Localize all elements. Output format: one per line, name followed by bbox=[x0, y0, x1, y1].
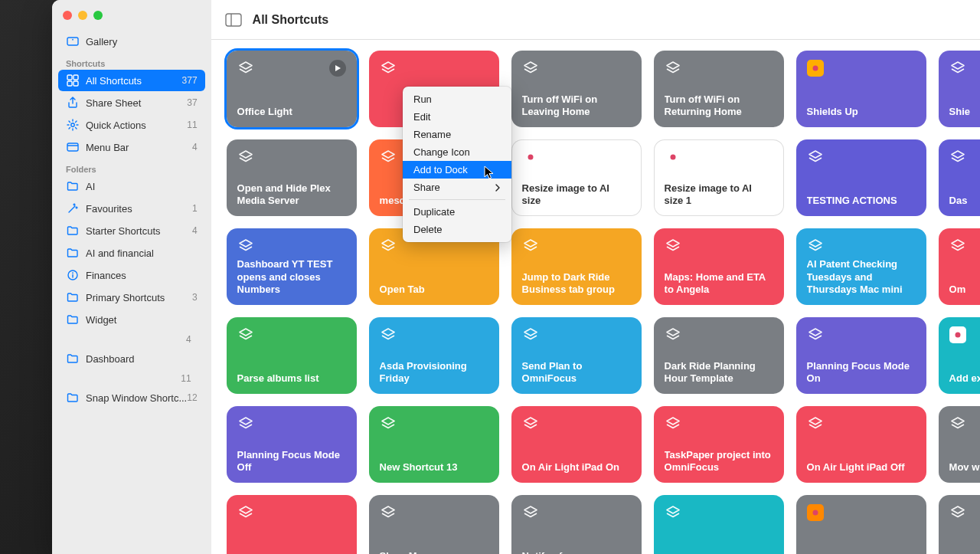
shortcut-tile[interactable]: Das bbox=[939, 139, 980, 216]
context-menu-item[interactable]: Rename bbox=[403, 126, 511, 143]
shortcut-tile[interactable]: Turn off WiFi on Returning Home bbox=[654, 51, 784, 127]
shortcut-tile[interactable]: Dark Ride Planning Hour Template bbox=[654, 317, 784, 394]
shortcut-tile[interactable]: TESTING ACTIONS bbox=[796, 139, 926, 216]
svg-rect-2 bbox=[67, 75, 72, 80]
shortcut-name: Om bbox=[949, 284, 980, 296]
shortcut-tile[interactable]: Resize image to AI size bbox=[511, 139, 642, 216]
sidebar-item-label: Snap Window Shortc... bbox=[86, 392, 187, 404]
sidebar-item[interactable]: All Shortcuts377 bbox=[58, 70, 205, 91]
sidebar-item[interactable]: AI bbox=[58, 175, 205, 197]
shortcut-tile[interactable]: Show My bbox=[369, 495, 499, 554]
share-icon bbox=[66, 96, 80, 110]
shortcut-name: Asda Provisioning Friday bbox=[380, 360, 488, 385]
shortcut-name: Maps: Home and ETA to Angela bbox=[665, 271, 773, 297]
shortcut-tile[interactable]: Turn off WiFi on Leaving Home bbox=[511, 51, 642, 127]
shortcut-tile[interactable]: Add exan bbox=[939, 317, 980, 394]
sidebar-item[interactable]: Quick Actions11 bbox=[58, 114, 205, 136]
shortcut-tile[interactable]: Mov wind bbox=[939, 406, 980, 483]
context-menu-item[interactable]: Add to Dock bbox=[403, 161, 511, 179]
shortcut-icon bbox=[522, 238, 539, 254]
folder-icon bbox=[66, 179, 80, 193]
shortcut-name: Parse albums list bbox=[237, 372, 346, 385]
sidebar-gallery[interactable]: Gallery bbox=[58, 31, 205, 52]
minimize-button[interactable] bbox=[78, 11, 87, 20]
sidebar-item-label: Finances bbox=[86, 270, 198, 281]
shortcut-tile[interactable]: Resize image to AI size 1 bbox=[654, 139, 784, 216]
shortcut-tile[interactable]: AI Patent Checking Tuesdays and Thursday… bbox=[796, 228, 926, 305]
shortcut-icon bbox=[949, 504, 966, 521]
shortcut-tile[interactable]: Maps: Home and ETA to Angela bbox=[654, 228, 784, 305]
context-menu-item[interactable]: Duplicate bbox=[403, 203, 511, 221]
shortcut-name: Shie bbox=[949, 106, 980, 118]
context-menu-item[interactable]: Share bbox=[403, 179, 511, 196]
shortcut-icon bbox=[807, 149, 824, 166]
shortcut-tile[interactable]: Dashboard YT TEST opens and closes Numbe… bbox=[227, 228, 357, 305]
context-menu-item[interactable]: Delete bbox=[403, 221, 511, 238]
shortcut-tile[interactable]: Parse albums list bbox=[227, 317, 357, 394]
shortcut-icon bbox=[237, 149, 254, 166]
sidebar-item[interactable]: Share Sheet37 bbox=[58, 92, 205, 113]
shortcut-tile[interactable]: Asda Provisioning Friday bbox=[369, 317, 499, 394]
shortcut-tile[interactable]: TaskPaper project into OmniFocus bbox=[654, 406, 784, 483]
context-menu-separator bbox=[409, 199, 505, 200]
sidebar-item[interactable]: Finances bbox=[58, 264, 205, 286]
shortcut-icon bbox=[522, 504, 539, 521]
sidebar-item[interactable]: Starter Shortcuts4 bbox=[58, 220, 205, 241]
sidebar-section-header: Shortcuts bbox=[58, 53, 205, 70]
shortcut-name: Resize image to AI size bbox=[522, 182, 631, 208]
toolbar: All Shortcuts bbox=[211, 0, 980, 40]
shortcut-tile[interactable] bbox=[227, 495, 357, 554]
context-menu-item[interactable]: Edit bbox=[403, 108, 511, 126]
shortcut-name: Dark Ride Planning Hour Template bbox=[665, 360, 773, 385]
shortcut-tile[interactable]: Notify of bbox=[511, 495, 642, 554]
shortcut-tile[interactable]: Planning Focus Mode On bbox=[796, 317, 926, 394]
maximize-button[interactable] bbox=[93, 11, 103, 20]
sidebar-item[interactable]: AI and financial bbox=[58, 242, 205, 264]
shortcut-name: Add exan bbox=[949, 372, 980, 385]
shortcut-icon bbox=[237, 504, 254, 521]
shortcut-tile[interactable]: Shie bbox=[939, 51, 980, 127]
shortcut-tile[interactable]: Planning Focus Mode Off bbox=[227, 406, 357, 483]
sidebar-item[interactable]: Dashboard bbox=[58, 348, 205, 369]
context-menu-item[interactable]: Change Icon bbox=[403, 143, 511, 161]
shortcut-name: Send Plan to OmniFocus bbox=[522, 360, 631, 385]
shortcut-tile[interactable]: Shields Up bbox=[796, 51, 926, 127]
shortcut-tile[interactable]: New Shortcut 13 bbox=[369, 406, 499, 483]
shortcut-icon bbox=[949, 238, 966, 254]
shortcut-icon bbox=[522, 326, 539, 343]
shortcut-tile[interactable] bbox=[796, 495, 926, 554]
sidebar-item[interactable]: Snap Window Shortc...12 bbox=[58, 387, 205, 408]
shortcut-icon bbox=[665, 415, 681, 432]
shortcut-name: New Shortcut 13 bbox=[380, 461, 488, 474]
shortcut-tile[interactable]: Om bbox=[939, 228, 980, 305]
sidebar-item-count: 11 bbox=[187, 120, 197, 130]
sidebar-item[interactable]: Favourites1 bbox=[58, 198, 205, 219]
sidebar-section-header: Folders bbox=[58, 159, 205, 175]
context-menu-item[interactable]: Run bbox=[403, 90, 511, 108]
shortcut-tile[interactable]: Send Plan to OmniFocus bbox=[511, 317, 642, 394]
svg-rect-12 bbox=[226, 14, 241, 26]
shortcut-tile[interactable] bbox=[654, 495, 784, 554]
sidebar-item[interactable]: Widget bbox=[58, 309, 205, 330]
shortcut-tile[interactable]: On Air Light iPad On bbox=[511, 406, 642, 483]
shortcut-icon bbox=[380, 326, 397, 343]
shortcut-tile[interactable]: Open and Hide Plex Media Server bbox=[227, 139, 357, 216]
shortcut-name: Planning Focus Mode On bbox=[807, 360, 916, 385]
shortcut-tile[interactable]: On Air Light iPad Off bbox=[796, 406, 926, 483]
shortcut-name: On Air Light iPad On bbox=[522, 461, 631, 474]
shortcut-icon bbox=[949, 326, 966, 343]
sidebar-item[interactable]: Menu Bar4 bbox=[58, 136, 205, 158]
sidebar-item[interactable]: Primary Shortcuts3 bbox=[58, 287, 205, 308]
shortcut-icon bbox=[380, 60, 397, 77]
play-button[interactable] bbox=[329, 60, 346, 77]
sidebar-item-count: 12 bbox=[187, 392, 197, 403]
shortcut-tile[interactable] bbox=[939, 495, 980, 554]
shortcut-icon bbox=[949, 149, 966, 166]
shortcut-icon bbox=[949, 415, 966, 432]
sidebar-section: Snap Window Shortc...12 bbox=[52, 387, 211, 408]
sidebar-toggle-icon[interactable] bbox=[225, 13, 242, 27]
shortcut-tile[interactable]: Jump to Dark Ride Business tab group bbox=[511, 228, 642, 305]
shortcut-tile[interactable]: Office Light bbox=[227, 51, 357, 127]
close-button[interactable] bbox=[63, 11, 72, 20]
shortcut-name: Notify of bbox=[522, 550, 631, 554]
